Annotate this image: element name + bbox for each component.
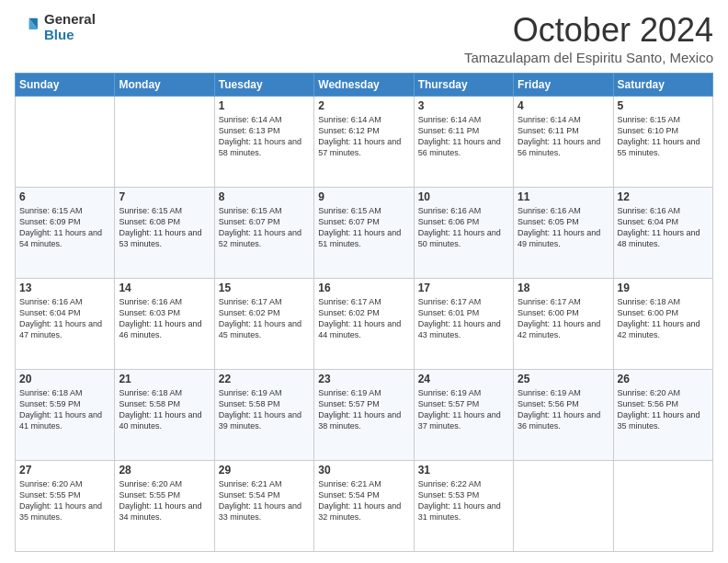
table-row: 4Sunrise: 6:14 AM Sunset: 6:11 PM Daylig… xyxy=(514,97,613,188)
cell-info-text: Sunrise: 6:22 AM Sunset: 5:53 PM Dayligh… xyxy=(418,478,509,523)
cell-day-number: 30 xyxy=(318,464,409,477)
cell-info-text: Sunrise: 6:14 AM Sunset: 6:13 PM Dayligh… xyxy=(219,114,310,159)
cell-day-number: 10 xyxy=(418,190,509,203)
calendar-week-row: 27Sunrise: 6:20 AM Sunset: 5:55 PM Dayli… xyxy=(16,461,713,552)
cell-info-text: Sunrise: 6:17 AM Sunset: 6:02 PM Dayligh… xyxy=(219,296,310,341)
cell-info-text: Sunrise: 6:17 AM Sunset: 6:02 PM Dayligh… xyxy=(318,296,409,341)
cell-day-number: 8 xyxy=(219,190,310,203)
cell-day-number: 9 xyxy=(318,190,409,203)
cell-info-text: Sunrise: 6:15 AM Sunset: 6:08 PM Dayligh… xyxy=(119,205,210,250)
table-row: 1Sunrise: 6:14 AM Sunset: 6:13 PM Daylig… xyxy=(214,97,313,188)
calendar-table: Sunday Monday Tuesday Wednesday Thursday… xyxy=(15,73,713,552)
cell-info-text: Sunrise: 6:21 AM Sunset: 5:54 PM Dayligh… xyxy=(318,478,409,523)
cell-info-text: Sunrise: 6:20 AM Sunset: 5:56 PM Dayligh… xyxy=(618,387,709,432)
table-row: 21Sunrise: 6:18 AM Sunset: 5:58 PM Dayli… xyxy=(115,370,214,461)
cell-day-number: 12 xyxy=(618,190,709,203)
table-row: 29Sunrise: 6:21 AM Sunset: 5:54 PM Dayli… xyxy=(214,461,313,552)
cell-info-text: Sunrise: 6:14 AM Sunset: 6:11 PM Dayligh… xyxy=(518,114,609,159)
cell-day-number: 14 xyxy=(119,282,210,294)
cell-info-text: Sunrise: 6:16 AM Sunset: 6:03 PM Dayligh… xyxy=(119,296,210,341)
table-row: 11Sunrise: 6:16 AM Sunset: 6:05 PM Dayli… xyxy=(514,188,613,279)
table-row: 16Sunrise: 6:17 AM Sunset: 6:02 PM Dayli… xyxy=(314,279,414,370)
table-row: 24Sunrise: 6:19 AM Sunset: 5:57 PM Dayli… xyxy=(414,370,513,461)
cell-info-text: Sunrise: 6:21 AM Sunset: 5:54 PM Dayligh… xyxy=(219,478,310,523)
title-block: October 2024 Tamazulapam del Espiritu Sa… xyxy=(464,11,713,65)
cell-day-number: 31 xyxy=(418,464,509,477)
cell-info-text: Sunrise: 6:17 AM Sunset: 6:01 PM Dayligh… xyxy=(418,296,509,341)
table-row: 22Sunrise: 6:19 AM Sunset: 5:58 PM Dayli… xyxy=(214,370,313,461)
cell-day-number: 3 xyxy=(418,99,509,112)
table-row: 13Sunrise: 6:16 AM Sunset: 6:04 PM Dayli… xyxy=(16,279,115,370)
col-sunday: Sunday xyxy=(16,74,115,97)
col-wednesday: Wednesday xyxy=(314,74,414,97)
table-row: 20Sunrise: 6:18 AM Sunset: 5:59 PM Dayli… xyxy=(16,370,115,461)
page: General Blue October 2024 Tamazulapam de… xyxy=(0,0,728,563)
table-row: 3Sunrise: 6:14 AM Sunset: 6:11 PM Daylig… xyxy=(414,97,513,188)
calendar-week-row: 6Sunrise: 6:15 AM Sunset: 6:09 PM Daylig… xyxy=(16,188,713,279)
table-row: 19Sunrise: 6:18 AM Sunset: 6:00 PM Dayli… xyxy=(613,279,712,370)
cell-day-number: 18 xyxy=(518,282,609,294)
cell-info-text: Sunrise: 6:18 AM Sunset: 6:00 PM Dayligh… xyxy=(618,296,709,341)
cell-info-text: Sunrise: 6:16 AM Sunset: 6:04 PM Dayligh… xyxy=(19,296,110,341)
cell-day-number: 4 xyxy=(518,99,609,112)
table-row: 31Sunrise: 6:22 AM Sunset: 5:53 PM Dayli… xyxy=(414,461,513,552)
col-thursday: Thursday xyxy=(414,74,513,97)
table-row: 12Sunrise: 6:16 AM Sunset: 6:04 PM Dayli… xyxy=(613,188,712,279)
logo-icon xyxy=(15,14,40,40)
cell-info-text: Sunrise: 6:19 AM Sunset: 5:58 PM Dayligh… xyxy=(219,387,310,432)
logo: General Blue xyxy=(15,11,96,42)
cell-info-text: Sunrise: 6:15 AM Sunset: 6:09 PM Dayligh… xyxy=(19,205,110,250)
cell-day-number: 17 xyxy=(418,282,509,294)
col-saturday: Saturday xyxy=(613,74,712,97)
table-row xyxy=(613,461,712,552)
cell-day-number: 28 xyxy=(119,464,210,477)
cell-info-text: Sunrise: 6:16 AM Sunset: 6:06 PM Dayligh… xyxy=(418,205,509,250)
cell-day-number: 1 xyxy=(219,99,310,112)
col-tuesday: Tuesday xyxy=(214,74,313,97)
month-title: October 2024 xyxy=(464,11,713,50)
cell-day-number: 21 xyxy=(119,373,210,385)
cell-day-number: 20 xyxy=(19,373,110,385)
cell-day-number: 25 xyxy=(518,373,609,385)
cell-day-number: 22 xyxy=(219,373,310,385)
table-row: 26Sunrise: 6:20 AM Sunset: 5:56 PM Dayli… xyxy=(613,370,712,461)
table-row: 10Sunrise: 6:16 AM Sunset: 6:06 PM Dayli… xyxy=(414,188,513,279)
cell-day-number: 5 xyxy=(618,99,709,112)
col-monday: Monday xyxy=(115,74,214,97)
calendar-week-row: 20Sunrise: 6:18 AM Sunset: 5:59 PM Dayli… xyxy=(16,370,713,461)
cell-info-text: Sunrise: 6:20 AM Sunset: 5:55 PM Dayligh… xyxy=(119,478,210,523)
header: General Blue October 2024 Tamazulapam de… xyxy=(15,11,713,65)
calendar-header-row: Sunday Monday Tuesday Wednesday Thursday… xyxy=(16,74,713,97)
table-row: 5Sunrise: 6:15 AM Sunset: 6:10 PM Daylig… xyxy=(613,97,712,188)
cell-day-number: 6 xyxy=(19,190,110,203)
cell-day-number: 19 xyxy=(618,282,709,294)
calendar-week-row: 1Sunrise: 6:14 AM Sunset: 6:13 PM Daylig… xyxy=(16,97,713,188)
cell-day-number: 2 xyxy=(318,99,409,112)
cell-info-text: Sunrise: 6:16 AM Sunset: 6:04 PM Dayligh… xyxy=(618,205,709,250)
logo-general: General xyxy=(44,11,96,27)
cell-info-text: Sunrise: 6:14 AM Sunset: 6:12 PM Dayligh… xyxy=(318,114,409,159)
cell-day-number: 16 xyxy=(318,282,409,294)
calendar-week-row: 13Sunrise: 6:16 AM Sunset: 6:04 PM Dayli… xyxy=(16,279,713,370)
table-row: 15Sunrise: 6:17 AM Sunset: 6:02 PM Dayli… xyxy=(214,279,313,370)
table-row: 7Sunrise: 6:15 AM Sunset: 6:08 PM Daylig… xyxy=(115,188,214,279)
cell-day-number: 7 xyxy=(119,190,210,203)
cell-info-text: Sunrise: 6:14 AM Sunset: 6:11 PM Dayligh… xyxy=(418,114,509,159)
cell-info-text: Sunrise: 6:19 AM Sunset: 5:57 PM Dayligh… xyxy=(418,387,509,432)
cell-info-text: Sunrise: 6:19 AM Sunset: 5:57 PM Dayligh… xyxy=(318,387,409,432)
table-row: 17Sunrise: 6:17 AM Sunset: 6:01 PM Dayli… xyxy=(414,279,513,370)
cell-info-text: Sunrise: 6:15 AM Sunset: 6:10 PM Dayligh… xyxy=(618,114,709,159)
table-row: 27Sunrise: 6:20 AM Sunset: 5:55 PM Dayli… xyxy=(16,461,115,552)
cell-info-text: Sunrise: 6:20 AM Sunset: 5:55 PM Dayligh… xyxy=(19,478,110,523)
cell-day-number: 24 xyxy=(418,373,509,385)
cell-info-text: Sunrise: 6:15 AM Sunset: 6:07 PM Dayligh… xyxy=(318,205,409,250)
table-row: 8Sunrise: 6:15 AM Sunset: 6:07 PM Daylig… xyxy=(214,188,313,279)
cell-day-number: 26 xyxy=(618,373,709,385)
logo-blue: Blue xyxy=(44,27,96,42)
cell-day-number: 29 xyxy=(219,464,310,477)
table-row xyxy=(115,97,214,188)
location-subtitle: Tamazulapam del Espiritu Santo, Mexico xyxy=(464,50,713,65)
table-row xyxy=(514,461,613,552)
cell-info-text: Sunrise: 6:16 AM Sunset: 6:05 PM Dayligh… xyxy=(518,205,609,250)
table-row: 9Sunrise: 6:15 AM Sunset: 6:07 PM Daylig… xyxy=(314,188,414,279)
